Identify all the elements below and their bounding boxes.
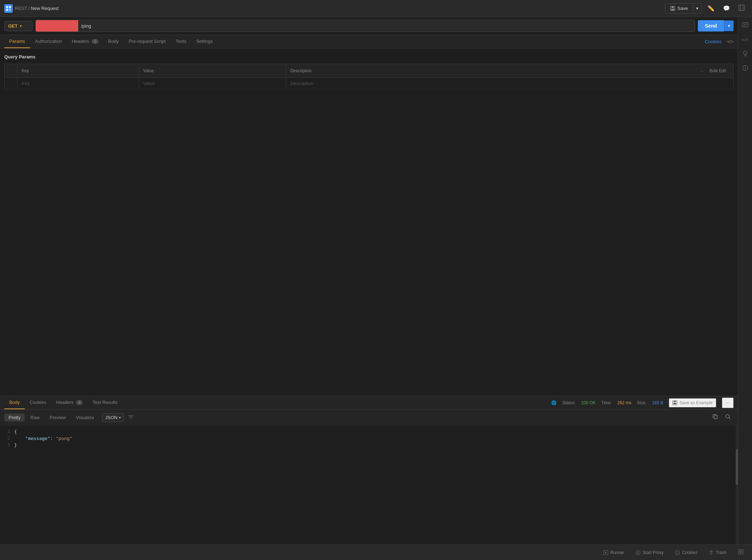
format-select[interactable]: JSON ▾ [102,413,124,422]
th-actions: Description ··· Bulk Edit [290,67,729,75]
send-dropdown-button[interactable]: ▾ [724,21,734,31]
json-value: "pong" [56,436,72,441]
layout-grid-button[interactable] [735,547,746,558]
tab-body[interactable]: Body [103,35,124,48]
params-table: Key Value Description ··· Bulk Edit [4,64,734,89]
json-key: "message" [25,436,50,441]
comment-sidebar-icon [742,22,748,29]
svg-point-32 [677,553,677,554]
cookies-status-button[interactable]: Cookies [672,549,700,556]
response-section: Body Cookies Headers 4 Test Results 🌐 St… [0,396,738,544]
tabs-right: Cookies </> [705,39,734,44]
url-bar: GET ▾ /ping Send ▾ [0,17,738,35]
status-label: Status: [562,400,575,405]
svg-rect-1 [9,6,11,8]
format-label: JSON [105,415,118,420]
description-cell[interactable]: Description [286,78,733,89]
edit-button[interactable]: ✏️ [705,3,717,14]
url-suffix[interactable]: /ping [78,21,94,31]
save-as-example-button[interactable]: Save as Example [669,398,716,407]
tab-tests[interactable]: Tests [171,35,191,48]
svg-rect-3 [9,9,11,11]
svg-rect-34 [741,549,743,552]
line-content: { [14,429,738,434]
layout-icon [739,5,745,11]
save-dropdown-button[interactable]: ▾ [693,4,701,13]
runner-button[interactable]: Runner [600,549,627,556]
method-chevron-icon: ▾ [20,24,22,28]
sidebar-icon-comment[interactable] [740,20,751,31]
svg-rect-36 [741,552,743,554]
tab-params[interactable]: Params [4,35,30,48]
view-visualize-button[interactable]: Visualize [72,413,98,422]
svg-rect-35 [738,552,740,554]
scrollbar-track [736,425,738,544]
value-col-header: Value [139,64,286,78]
view-pretty-button[interactable]: Pretty [4,413,25,422]
status-value: 200 OK [581,400,596,405]
bulk-edit-button[interactable]: Bulk Edit [707,67,729,75]
size-value: 165 B [652,400,663,405]
response-tab-test-results[interactable]: Test Results [87,396,123,409]
response-toolbar: Pretty Raw Preview Visualize JSON ▾ [0,410,738,425]
line-content: } [14,442,738,448]
sidebar-icon-lightbulb[interactable] [740,48,751,59]
trash-button[interactable]: Trash [706,549,729,556]
cookies-link[interactable]: Cookies [705,39,722,44]
copy-button[interactable] [710,412,721,423]
svg-rect-2 [6,9,8,11]
view-preview-button[interactable]: Preview [45,413,70,422]
key-cell[interactable]: Key [17,78,139,89]
save-example-icon [672,400,677,405]
url-highlight[interactable] [36,20,78,32]
grid-icon [738,549,744,555]
response-tab-body[interactable]: Body [4,396,25,409]
tab-authorization[interactable]: Authorization [30,35,67,48]
comment-button[interactable]: 💬 [720,3,733,14]
request-panel: GET ▾ /ping Send ▾ Params Authorization … [0,17,738,544]
size-label: Size: [637,400,646,405]
save-btn-group: Save ▾ [665,3,702,13]
sidebar-icon-info[interactable] [740,62,751,74]
right-sidebar: </> [738,17,752,544]
top-bar-right: Save ▾ ✏️ 💬 [665,2,748,15]
response-tab-cookies[interactable]: Cookies [25,396,51,409]
tab-headers[interactable]: Headers 6 [67,35,103,48]
description-label: Description [290,68,312,73]
description-col-header: Description ··· Bulk Edit [286,64,733,78]
svg-rect-19 [742,23,748,27]
response-tab-headers[interactable]: Headers 4 [51,396,88,409]
main-content: GET ▾ /ping Send ▾ Params Authorization … [0,17,752,544]
send-button[interactable]: Send [698,20,724,32]
value-cell[interactable]: Value [139,78,286,89]
sidebar-icon-code[interactable]: </> [740,34,751,45]
svg-point-29 [675,550,679,555]
svg-point-26 [745,67,746,67]
start-proxy-button[interactable]: Start Proxy [633,549,666,556]
tab-settings[interactable]: Settings [191,35,218,48]
method-select[interactable]: GET ▾ [4,21,33,31]
svg-rect-16 [714,416,717,419]
save-button[interactable]: Save [665,4,693,13]
code-sidebar-icon: </> [742,37,748,42]
top-bar-left: REST / New Request [4,4,665,13]
code-line-2: 2 "message": "pong" [0,435,738,442]
checkbox-col-header [5,64,17,78]
globe-icon: 🌐 [551,400,557,405]
filter-button[interactable] [125,413,137,422]
more-options-button[interactable]: ··· [722,398,734,408]
code-line-3: 3 } [0,442,738,448]
checkbox-cell [5,78,17,89]
search-button[interactable] [722,412,734,423]
response-tabs: Body Cookies Headers 4 Test Results 🌐 St… [0,396,738,410]
scrollbar-thumb[interactable] [736,449,738,485]
code-content: 1 { 2 "message": "pong" 3 } [0,425,738,544]
svg-rect-12 [673,403,676,404]
svg-rect-6 [671,9,674,10]
table-row: Key Value Description [5,78,734,89]
code-button[interactable]: </> [727,39,734,44]
tab-pre-request-script[interactable]: Pre-request Script [124,35,171,48]
view-raw-button[interactable]: Raw [26,413,44,422]
sidebar-toggle-button[interactable] [736,2,748,15]
code-line-1: 1 { [0,428,738,435]
